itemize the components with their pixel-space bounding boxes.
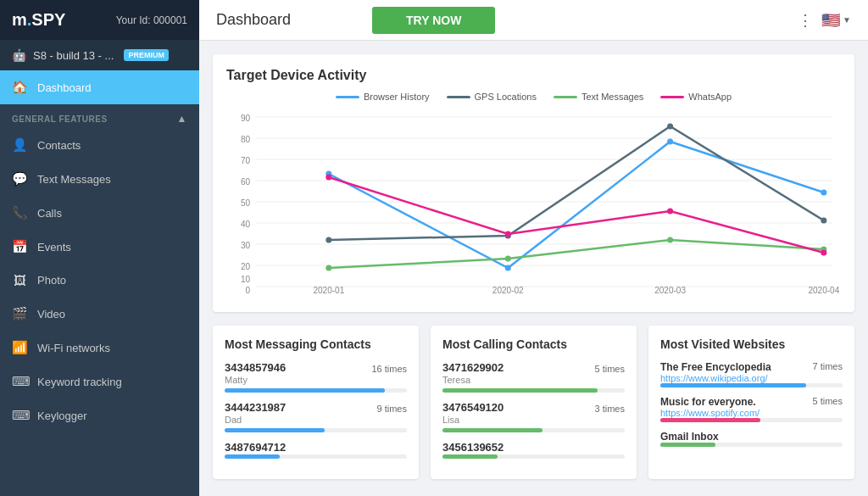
sidebar-item-dashboard[interactable]: 🏠 Dashboard bbox=[0, 70, 199, 104]
svg-text:80: 80 bbox=[241, 135, 251, 144]
svg-text:2020-01: 2020-01 bbox=[313, 286, 344, 295]
progress-bar-2 bbox=[225, 454, 280, 459]
video-icon: 🎬 bbox=[12, 306, 27, 321]
sidebar-item-video[interactable]: 🎬 Video bbox=[0, 297, 199, 331]
chart-title: Target Device Activity bbox=[226, 68, 841, 83]
language-selector[interactable]: 🇺🇸 ▼ bbox=[821, 11, 851, 30]
svg-text:70: 70 bbox=[241, 156, 251, 165]
more-options-icon[interactable]: ⋮ bbox=[798, 11, 813, 30]
legend-label-gps: GPS Locations bbox=[475, 92, 537, 102]
svg-text:2020-03: 2020-03 bbox=[654, 286, 686, 295]
svg-point-38 bbox=[821, 250, 826, 256]
contact-times-1: 9 times bbox=[377, 404, 407, 414]
contacts-label: Contacts bbox=[37, 139, 81, 152]
svg-text:0: 0 bbox=[246, 286, 251, 295]
svg-text:60: 60 bbox=[241, 177, 251, 187]
website-bar-1 bbox=[660, 418, 760, 422]
calling-name-0: Teresa bbox=[442, 375, 625, 385]
legend-label-text: Text Messages bbox=[581, 92, 643, 102]
progress-bar-1 bbox=[225, 428, 325, 432]
svg-point-36 bbox=[505, 231, 511, 237]
page-title: Dashboard bbox=[216, 11, 291, 29]
device-name: S8 - build 13 - ... bbox=[33, 49, 114, 62]
wifi-icon: 📶 bbox=[12, 340, 27, 355]
progress-bar-0 bbox=[225, 388, 385, 393]
svg-point-30 bbox=[821, 218, 826, 224]
website-url-1[interactable]: https://www.spotify.com/ bbox=[660, 408, 760, 418]
most-visited-title: Most Visited Websites bbox=[660, 337, 843, 351]
svg-point-26 bbox=[821, 190, 826, 196]
legend-label-whatsapp: WhatsApp bbox=[688, 92, 732, 102]
website-name-1: Music for everyone. bbox=[660, 396, 760, 408]
website-bar-0 bbox=[660, 383, 806, 387]
contact-times-0: 16 times bbox=[371, 364, 407, 374]
keyword-tracking-label: Keyword tracking bbox=[37, 376, 122, 388]
activity-chart-card: Target Device Activity Browser History G… bbox=[213, 54, 854, 312]
calendar-icon: 📅 bbox=[12, 239, 27, 254]
svg-text:50: 50 bbox=[241, 198, 251, 208]
svg-text:20: 20 bbox=[241, 262, 251, 271]
calling-number-2: 3456139652 bbox=[442, 441, 504, 454]
photo-icon: 🖼 bbox=[12, 273, 27, 287]
keylogger-icon: ⌨ bbox=[12, 408, 27, 423]
sidebar-item-contacts[interactable]: 👤 Contacts bbox=[0, 128, 199, 162]
website-0: The Free Encyclopedia https://www.wikipe… bbox=[660, 361, 843, 387]
most-calling-card: Most Calling Contacts 3471629902 5 times… bbox=[431, 326, 637, 479]
legend-text: Text Messages bbox=[554, 92, 643, 102]
legend-browser: Browser History bbox=[336, 92, 430, 102]
svg-text:30: 30 bbox=[241, 241, 251, 250]
sidebar-item-calls[interactable]: 📞 Calls bbox=[0, 196, 199, 230]
svg-text:10: 10 bbox=[241, 275, 251, 284]
calls-label: Calls bbox=[37, 207, 62, 220]
website-2: Gmail Inbox bbox=[660, 431, 843, 447]
svg-text:40: 40 bbox=[241, 220, 251, 229]
logo: m.SPY bbox=[12, 10, 65, 30]
text-messages-label: Text Messages bbox=[37, 173, 111, 186]
legend-color-whatsapp bbox=[660, 96, 684, 98]
message-icon: 💬 bbox=[12, 171, 27, 187]
sidebar-item-events[interactable]: 📅 Events bbox=[0, 230, 199, 264]
sidebar-item-keylogger[interactable]: ⌨ Keylogger bbox=[0, 398, 199, 432]
website-url-0[interactable]: https://www.wikipedia.org/ bbox=[660, 373, 771, 383]
calling-contact-1: 3476549120 3 times Lisa bbox=[442, 401, 625, 432]
flag-icon: 🇺🇸 bbox=[821, 11, 840, 30]
legend-whatsapp: WhatsApp bbox=[660, 92, 732, 102]
top-bar: Dashboard TRY NOW ⋮ 🇺🇸 ▼ bbox=[199, 0, 868, 41]
website-name-2: Gmail Inbox bbox=[660, 431, 719, 443]
messaging-contact-2: 3487694712 bbox=[225, 441, 407, 459]
events-label: Events bbox=[37, 241, 71, 254]
calling-contact-0: 3471629902 5 times Teresa bbox=[442, 361, 625, 393]
legend-color-text bbox=[554, 96, 577, 98]
top-bar-right: ⋮ 🇺🇸 ▼ bbox=[798, 11, 851, 30]
most-calling-title: Most Calling Contacts bbox=[442, 337, 625, 351]
dashboard-content: Target Device Activity Browser History G… bbox=[199, 41, 868, 496]
section-label-general: GENERAL FEATURES ▲ bbox=[0, 104, 199, 128]
sidebar: m.SPY Your Id: 000001 🤖 S8 - build 13 - … bbox=[0, 0, 199, 496]
legend-label-browser: Browser History bbox=[364, 92, 430, 102]
video-label: Video bbox=[37, 308, 65, 320]
legend-color-browser bbox=[336, 96, 359, 98]
sidebar-header: m.SPY Your Id: 000001 bbox=[0, 0, 199, 40]
svg-point-31 bbox=[326, 265, 331, 271]
svg-point-33 bbox=[667, 237, 673, 243]
sidebar-item-wifi[interactable]: 📶 Wi-Fi networks bbox=[0, 331, 199, 365]
wifi-label: Wi-Fi networks bbox=[37, 342, 110, 354]
premium-badge: PREMIUM bbox=[124, 49, 169, 61]
calling-number-1: 3476549120 bbox=[442, 401, 504, 414]
calling-times-0: 5 times bbox=[595, 364, 625, 374]
website-bar-2 bbox=[660, 443, 715, 447]
dashboard-label: Dashboard bbox=[37, 81, 92, 94]
sidebar-item-keyword-tracking[interactable]: ⌨ Keyword tracking bbox=[0, 365, 199, 398]
calling-bar-2 bbox=[442, 454, 498, 459]
messaging-contact-1: 3444231987 9 times Dad bbox=[225, 401, 407, 432]
keyboard-icon: ⌨ bbox=[12, 374, 27, 389]
try-now-button[interactable]: TRY NOW bbox=[372, 7, 495, 34]
sidebar-item-text-messages[interactable]: 💬 Text Messages bbox=[0, 162, 199, 196]
chart-legend: Browser History GPS Locations Text Messa… bbox=[226, 92, 841, 102]
calling-times-1: 3 times bbox=[595, 404, 625, 414]
home-icon: 🏠 bbox=[12, 80, 27, 95]
most-visited-card: Most Visited Websites The Free Encyclope… bbox=[648, 326, 854, 479]
contact-number-1: 3444231987 bbox=[225, 401, 286, 414]
sidebar-item-photo[interactable]: 🖼 Photo bbox=[0, 264, 199, 297]
android-icon: 🤖 bbox=[12, 48, 26, 62]
